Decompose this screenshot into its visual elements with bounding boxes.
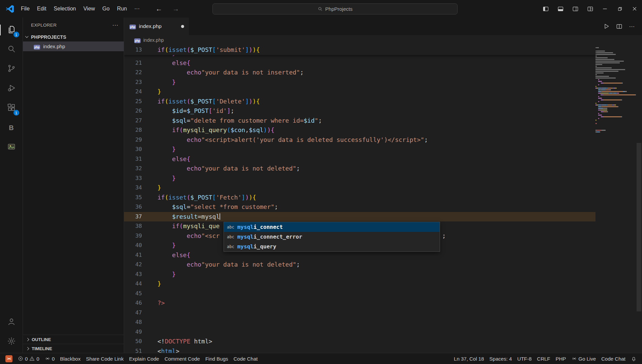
code-text: ?>: [157, 298, 165, 308]
toggle-panel-button[interactable]: [553, 0, 568, 18]
explorer-more-actions-icon[interactable]: ···: [112, 22, 118, 29]
code-line[interactable]: 50<!DOCTYPE html>: [124, 337, 595, 346]
status-find-bugs[interactable]: Find Bugs: [203, 354, 231, 363]
letter-b-icon: B: [9, 124, 13, 132]
activity-extensions[interactable]: 1: [0, 98, 23, 118]
status-cursor-position[interactable]: Ln 37, Col 18: [451, 354, 487, 363]
activity-search[interactable]: [0, 40, 23, 59]
menu-run[interactable]: Run: [113, 4, 130, 13]
toggle-sidebar-button[interactable]: [538, 0, 553, 18]
sticky-scroll[interactable]: 13if(isset($_POST['submit'])){: [124, 45, 595, 55]
status-text: Ln 37, Col 18: [454, 356, 484, 362]
code-line[interactable]: 22 echo"your data is not inserted";: [124, 68, 595, 78]
status-indentation[interactable]: Spaces: 4: [487, 354, 515, 363]
file-index-php[interactable]: php index.php: [23, 41, 124, 51]
code-line[interactable]: 23 }: [124, 78, 595, 87]
line-number: 28: [124, 125, 157, 135]
section-timeline[interactable]: TIMELINE: [23, 344, 124, 353]
activity-explorer[interactable]: 1: [0, 20, 23, 40]
code-line[interactable]: 27 $sql="delete from customer where id=$…: [124, 116, 595, 126]
code-text: echo"your data is not deleted";: [157, 164, 300, 174]
code-line[interactable]: 44}: [124, 279, 595, 289]
restore-button[interactable]: [612, 0, 627, 18]
code-line[interactable]: 34}: [124, 183, 595, 193]
code-line[interactable]: 30 }: [124, 145, 595, 154]
minimap[interactable]: [595, 45, 636, 353]
modified-indicator[interactable]: [181, 25, 184, 28]
go-forward-icon[interactable]: →: [172, 5, 179, 12]
code-line[interactable]: 49: [124, 327, 595, 337]
code-line[interactable]: 35if(isset($_POST['Fetch'])){: [124, 193, 595, 203]
tab-index-php[interactable]: php index.php: [124, 18, 189, 35]
suggestion-item[interactable]: abcmysqli_connect_error: [224, 232, 440, 242]
status-code-chat-right[interactable]: Code Chat: [599, 354, 628, 363]
code-line[interactable]: 26 $id=$_POST['id'];: [124, 106, 595, 116]
code-line[interactable]: 48: [124, 317, 595, 327]
toggle-secondary-sidebar-button[interactable]: [568, 0, 583, 18]
activity-settings[interactable]: [0, 332, 23, 352]
line-number: 48: [124, 317, 157, 327]
menu-edit[interactable]: Edit: [33, 4, 50, 13]
code-line[interactable]: 45: [124, 289, 595, 299]
code-line[interactable]: 47: [124, 308, 595, 318]
line-number: 36: [124, 202, 157, 212]
menu-selection[interactable]: Selection: [50, 4, 80, 13]
editor-group: php index.php ··· php index.php 20 }21 e…: [124, 18, 642, 353]
customize-layout-button[interactable]: [583, 0, 597, 18]
status-ports[interactable]: 0: [42, 354, 57, 363]
menu-file[interactable]: File: [17, 4, 33, 13]
status-comment-code[interactable]: Comment Code: [162, 354, 203, 363]
code-line[interactable]: 51<html>: [124, 346, 595, 353]
code-line[interactable]: 29 echo"<script>alert('your data is dele…: [124, 135, 595, 145]
go-back-icon[interactable]: ←: [155, 5, 162, 12]
status-share-code-link[interactable]: Share Code Link: [83, 354, 126, 363]
code-line[interactable]: 32 echo"your data is not deleted";: [124, 164, 595, 174]
status-language-mode[interactable]: PHP: [553, 354, 569, 363]
code-line[interactable]: 31 else{: [124, 154, 595, 164]
code-line[interactable]: 33 }: [124, 174, 595, 183]
status-problems[interactable]: 00: [15, 354, 42, 363]
code-line[interactable]: 28 if(mysqli_query($con,$sql)){: [124, 125, 595, 135]
suggestion-item[interactable]: abcmysqli_query: [224, 242, 440, 251]
vertical-scrollbar[interactable]: [636, 45, 642, 353]
menu-view[interactable]: View: [80, 4, 98, 13]
scrollbar-thumb[interactable]: [637, 143, 641, 311]
status-text: Go Live: [579, 356, 596, 362]
code-line[interactable]: 25if(isset($_POST['Delete'])){: [124, 97, 595, 107]
status-code-chat[interactable]: Code Chat: [231, 354, 260, 363]
activity-source-control[interactable]: [0, 59, 23, 79]
status-encoding[interactable]: UTF-8: [515, 354, 534, 363]
remote-icon: ><: [5, 355, 12, 362]
menu-more[interactable]: ···: [130, 4, 143, 13]
activity-media-extension[interactable]: [0, 138, 23, 157]
split-editor-button[interactable]: [613, 20, 625, 32]
code-line[interactable]: 36 $sql="select *from customer";: [124, 202, 595, 212]
editor-more-actions-icon[interactable]: ···: [626, 20, 638, 32]
command-center[interactable]: PhpProjects: [212, 3, 458, 14]
status-notifications[interactable]: [628, 354, 639, 363]
activity-account[interactable]: [0, 312, 23, 332]
section-outline[interactable]: OUTLINE: [23, 335, 124, 344]
menu-go[interactable]: Go: [99, 4, 113, 13]
activity-run-debug[interactable]: [0, 79, 23, 98]
status-eol[interactable]: CRLF: [534, 354, 553, 363]
run-button[interactable]: [600, 20, 612, 32]
status-go-live[interactable]: Go Live: [569, 354, 599, 363]
status-explain-code[interactable]: Explain Code: [126, 354, 162, 363]
breadcrumb-item[interactable]: index.php: [143, 37, 164, 43]
code-line[interactable]: 24}: [124, 87, 595, 97]
minimize-button[interactable]: [597, 0, 612, 18]
code-line[interactable]: 37 $result=mysql: [124, 212, 595, 222]
code-editor[interactable]: 20 }21 else{22 echo"your data is not ins…: [124, 45, 642, 353]
suggestion-item[interactable]: abcmysqli_connect: [224, 222, 440, 232]
code-line[interactable]: 21 else{: [124, 58, 595, 68]
code-line[interactable]: 43 }: [124, 270, 595, 279]
code-line[interactable]: 46?>: [124, 298, 595, 308]
status-remote-indicator[interactable]: ><: [3, 354, 15, 363]
code-line[interactable]: 42 echo"your data is not deleted";: [124, 260, 595, 270]
close-button[interactable]: [627, 0, 642, 18]
status-blackbox[interactable]: Blackbox: [57, 354, 83, 363]
folder-phpprojects[interactable]: PHPPROJECTS: [23, 32, 124, 41]
sticky-line[interactable]: 13if(isset($_POST['submit'])){: [124, 45, 595, 55]
activity-blackbox[interactable]: B: [0, 118, 23, 138]
